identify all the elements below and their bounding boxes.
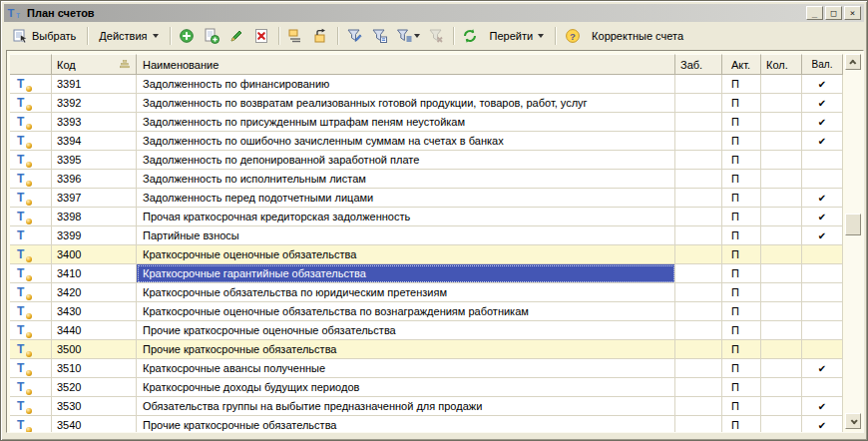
cell-account-icon[interactable]: Т xyxy=(10,113,52,132)
table-row[interactable]: Т3410Краткосрочные гарантийные обязатель… xyxy=(10,264,843,283)
cell-name[interactable]: Краткосрочные гарантийные обязательства xyxy=(137,264,675,283)
cell-code[interactable]: 3397 xyxy=(52,189,137,208)
cell-akt[interactable]: П xyxy=(722,189,761,208)
cell-account-icon[interactable]: Т xyxy=(10,132,52,151)
cell-kol[interactable] xyxy=(761,283,802,302)
cell-zab[interactable] xyxy=(675,302,722,321)
cell-val[interactable] xyxy=(802,264,843,283)
help-button[interactable]: ? xyxy=(561,25,584,47)
cell-code[interactable]: 3430 xyxy=(52,302,137,321)
header-akt[interactable]: Акт. xyxy=(722,54,761,75)
cell-val[interactable]: ✔ xyxy=(802,132,843,151)
cell-akt[interactable]: П xyxy=(722,416,761,432)
cell-account-icon[interactable]: Т xyxy=(10,245,52,264)
cell-zab[interactable] xyxy=(675,416,722,432)
cell-name[interactable]: Краткосрочные оценочные обязательства xyxy=(137,245,675,264)
cell-val[interactable] xyxy=(802,245,843,264)
cell-kol[interactable] xyxy=(761,132,802,151)
cell-kol[interactable] xyxy=(761,75,802,94)
cell-code[interactable]: 3420 xyxy=(52,283,137,302)
cell-zab[interactable] xyxy=(675,321,722,340)
refresh-button[interactable] xyxy=(459,25,482,47)
vertical-scrollbar[interactable] xyxy=(845,54,861,429)
cell-account-icon[interactable]: Т xyxy=(10,340,52,359)
cell-code[interactable]: 3500 xyxy=(52,340,137,359)
add-button[interactable] xyxy=(176,25,199,47)
filter-by-value-button[interactable] xyxy=(368,25,391,47)
cell-account-icon[interactable]: Т xyxy=(10,264,52,283)
cell-akt[interactable]: П xyxy=(722,378,761,397)
cell-zab[interactable] xyxy=(675,189,722,208)
cell-zab[interactable] xyxy=(675,359,722,378)
cell-code[interactable]: 3396 xyxy=(52,170,137,189)
cell-zab[interactable] xyxy=(675,132,722,151)
cell-name[interactable]: Задолженность перед подотчетными лицами xyxy=(137,189,675,208)
cell-kol[interactable] xyxy=(761,208,802,226)
cell-kol[interactable] xyxy=(761,378,802,397)
header-zab[interactable]: Заб. xyxy=(675,54,722,75)
cell-code[interactable]: 3398 xyxy=(52,208,137,226)
table-row[interactable]: Т3530Обязательства группы на выбытие пре… xyxy=(10,397,843,416)
cell-account-icon[interactable]: Т xyxy=(10,189,52,208)
table-row[interactable]: Т3399Партийные взносыП✔ xyxy=(10,226,843,245)
table-row[interactable]: Т3394Задолженность по ошибочно зачисленн… xyxy=(10,132,843,151)
cell-akt[interactable]: П xyxy=(722,113,761,132)
cell-name[interactable]: Краткосрочные обязательства по юридическ… xyxy=(137,283,675,302)
maximize-button[interactable]: □ xyxy=(825,6,842,20)
table-row[interactable]: Т3395Задолженность по депонированной зар… xyxy=(10,151,843,170)
select-button[interactable]: Выбрать xyxy=(7,25,82,47)
cell-akt[interactable]: П xyxy=(722,359,761,378)
cell-name[interactable]: Краткосрочные доходы будущих периодов xyxy=(137,378,675,397)
cell-account-icon[interactable]: Т xyxy=(10,283,52,302)
cell-name[interactable]: Задолженность по присужденным штрафам пе… xyxy=(137,113,675,132)
table-row[interactable]: Т3393Задолженность по присужденным штраф… xyxy=(10,113,843,132)
cell-zab[interactable] xyxy=(675,208,722,226)
cell-name[interactable]: Краткосрочные авансы полученные xyxy=(137,359,675,378)
cell-code[interactable]: 3392 xyxy=(52,94,137,113)
header-name[interactable]: Наименование xyxy=(137,54,675,75)
cell-code[interactable]: 3510 xyxy=(52,359,137,378)
cell-code[interactable]: 3399 xyxy=(52,226,137,245)
cell-account-icon[interactable]: Т xyxy=(10,75,52,94)
cell-zab[interactable] xyxy=(675,151,722,170)
cell-account-icon[interactable]: Т xyxy=(10,170,52,189)
actions-menu-button[interactable]: Действия xyxy=(93,25,164,47)
cell-account-icon[interactable]: Т xyxy=(10,302,52,321)
delete-button[interactable] xyxy=(250,25,273,47)
table-row[interactable]: Т3440Прочие краткосрочные оценочные обяз… xyxy=(10,321,843,340)
cell-zab[interactable] xyxy=(675,170,722,189)
cell-kol[interactable] xyxy=(761,94,802,113)
cell-name[interactable]: Прочие краткосрочные оценочные обязатель… xyxy=(137,321,675,340)
cell-code[interactable]: 3395 xyxy=(52,151,137,170)
cell-val[interactable] xyxy=(802,302,843,321)
cell-kol[interactable] xyxy=(761,245,802,264)
cell-kol[interactable] xyxy=(761,170,802,189)
cell-name[interactable]: Прочие краткосрочные обязательства xyxy=(137,416,675,432)
cell-code[interactable]: 3394 xyxy=(52,132,137,151)
cell-akt[interactable]: П xyxy=(722,151,761,170)
cell-val[interactable] xyxy=(802,340,843,359)
cell-kol[interactable] xyxy=(761,321,802,340)
cell-kol[interactable] xyxy=(761,416,802,432)
cell-val[interactable] xyxy=(802,378,843,397)
cell-kol[interactable] xyxy=(761,113,802,132)
cell-zab[interactable] xyxy=(675,226,722,245)
cell-akt[interactable]: П xyxy=(722,264,761,283)
edit-button[interactable] xyxy=(225,25,248,47)
cell-kol[interactable] xyxy=(761,189,802,208)
cell-account-icon[interactable]: Т xyxy=(10,226,52,245)
cell-zab[interactable] xyxy=(675,283,722,302)
header-code[interactable]: Код xyxy=(52,54,137,75)
table-row[interactable]: Т3398Прочая краткосрочная кредиторская з… xyxy=(10,208,843,226)
table-row[interactable]: Т3420Краткосрочные обязательства по юрид… xyxy=(10,283,843,302)
cell-name[interactable]: Задолженность по возвратам реализованных… xyxy=(137,94,675,113)
cell-zab[interactable] xyxy=(675,264,722,283)
scroll-down-button[interactable] xyxy=(845,413,861,429)
cell-akt[interactable]: П xyxy=(722,283,761,302)
cell-name[interactable]: Обязательства группы на выбытие предназн… xyxy=(137,397,675,416)
cell-kol[interactable] xyxy=(761,397,802,416)
cell-val[interactable]: ✔ xyxy=(802,189,843,208)
cell-val[interactable]: ✔ xyxy=(802,416,843,432)
cell-akt[interactable]: П xyxy=(722,94,761,113)
cell-account-icon[interactable]: Т xyxy=(10,397,52,416)
